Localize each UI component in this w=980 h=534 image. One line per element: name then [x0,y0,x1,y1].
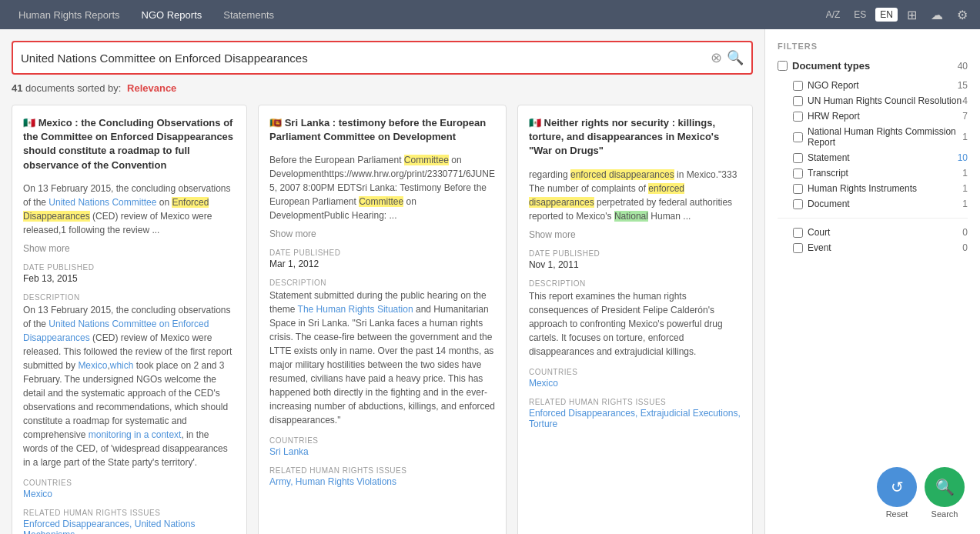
filter-ngo-report-count: 15 [958,80,968,91]
card-1-show-more[interactable]: Show more [23,243,236,254]
card-2-show-more[interactable]: Show more [269,229,495,239]
filter-un-resolution: UN Human Rights Council Resolution 4 [778,93,968,108]
filters-sidebar: FILTERS Document types 40 NGO Report 15 … [764,29,980,534]
filter-transcript-label: Transcript [808,168,848,179]
reset-label: Reset [886,509,908,519]
filter-un-resolution-label: UN Human Rights Council Resolution [808,95,962,106]
card-2-countries-label: Countries [269,436,495,445]
card-3-excerpt: regarding enforced disappearances in Mex… [529,168,741,223]
filter-national-commission-label: National Human Rights Commission Report [808,126,962,148]
card-1-date-label: Date published [23,263,236,272]
fab-container: ↺ Reset 🔍 Search [877,467,965,519]
filter-ngo-report-label: NGO Report [808,80,859,91]
filter-doc-types-count: 40 [958,61,968,72]
card-1-rights-section: Related human rights issues Enforced Dis… [23,509,236,534]
nav-human-rights[interactable]: Human Rights Reports [8,0,131,29]
filter-hr-instruments-label: Human Rights Instruments [808,183,917,194]
card-3-rights-value[interactable]: Enforced Disappearances, Extrajudicial E… [529,408,741,429]
card-1-date-section: Date published Feb 13, 2015 [23,263,236,284]
card-1-date-value: Feb 13, 2015 [23,273,236,284]
filter-hrw-report-label: HRW Report [808,111,860,122]
card-3: 🇲🇽 Neither rights nor security : killing… [517,105,753,534]
filter-court: Court 0 [778,225,968,240]
filter-transcript: Transcript 1 [778,165,968,181]
filter-document-label: Document [808,199,850,209]
lang-az[interactable]: A/Z [821,8,845,22]
reset-button[interactable]: ↺ [877,467,917,507]
filter-event-count: 0 [962,242,968,253]
header-actions: A/Z ES EN ⊞ ☁ ⚙ [821,5,972,25]
card-3-date-value: Nov 1, 2011 [529,259,741,270]
card-2-title: 🇱🇰 Sri Lanka : testimony before the Euro… [269,116,495,144]
filter-un-resolution-count: 4 [962,95,968,106]
filter-transcript-checkbox[interactable] [793,169,803,179]
cards-grid: 🇲🇽 Mexico : the Concluding Observations … [12,105,753,534]
card-1-desc-label: Description [23,293,236,302]
card-2-countries-value[interactable]: Sri Lanka [269,446,495,457]
card-3-rights-section: Related human rights issues Enforced Dis… [529,398,741,429]
filter-ngo-report-checkbox[interactable] [793,81,803,91]
filter-statement-label: Statement [808,152,850,163]
filter-event-label: Event [808,242,831,253]
search-submit-icon[interactable]: 🔍 [727,49,744,66]
card-2-description: Statement submitted during the public he… [269,289,495,427]
card-3-desc-label: Description [529,279,741,288]
card-3-countries-value[interactable]: Mexico [529,378,741,389]
card-2-rights-value[interactable]: Army, Human Rights Violations [269,476,495,487]
card-2-date-label: Date published [269,249,495,257]
filter-national-commission-count: 1 [962,132,968,142]
search-fab-label: Search [932,509,958,519]
filters-title: FILTERS [778,42,968,51]
search-fab-button[interactable]: 🔍 [925,467,965,507]
card-3-desc-section: Description This report examines the hum… [529,279,741,359]
card-3-title: 🇲🇽 Neither rights nor security : killing… [529,116,741,159]
card-1-countries-label: Countries [23,479,236,487]
filter-statement: Statement 10 [778,150,968,165]
card-1-rights-value[interactable]: Enforced Disappearances, United Nations … [23,519,236,534]
filter-document-checkbox[interactable] [793,199,803,209]
filter-hr-instruments: Human Rights Instruments 1 [778,181,968,196]
card-2: 🇱🇰 Sri Lanka : testimony before the Euro… [258,105,507,534]
filter-hrw-report: HRW Report 7 [778,108,968,124]
card-3-countries-label: Countries [529,368,741,376]
sort-relevance-link[interactable]: Relevance [127,82,176,94]
filter-doc-types-header: Document types 40 [778,60,968,72]
fab-pair: ↺ Reset 🔍 Search [877,467,965,519]
card-3-show-more[interactable]: Show more [529,229,741,240]
filter-statement-checkbox[interactable] [793,153,803,163]
grid-icon[interactable]: ⊞ [902,5,921,25]
search-input[interactable] [21,52,711,65]
main-container: ⊗ 🔍 41 documents sorted by: Relevance 🇲🇽… [0,29,980,534]
clear-search-icon[interactable]: ⊗ [711,49,722,66]
card-1-title: 🇲🇽 Mexico : the Concluding Observations … [23,116,236,172]
results-count: 41 [12,82,22,94]
nav-statements[interactable]: Statements [212,0,285,29]
lang-es[interactable]: ES [849,8,871,22]
lang-en[interactable]: EN [875,8,898,22]
card-3-rights-label: Related human rights issues [529,398,741,406]
cloud-icon[interactable]: ☁ [926,5,948,25]
filter-event: Event 0 [778,240,968,255]
filter-national-commission: National Human Rights Commission Report … [778,124,968,150]
filter-national-commission-checkbox[interactable] [793,132,803,142]
card-3-date-label: Date published [529,249,741,258]
filter-divider [778,218,968,219]
card-1: 🇲🇽 Mexico : the Concluding Observations … [12,105,247,534]
filter-ngo-report: NGO Report 15 [778,78,968,93]
filter-doc-types-checkbox[interactable] [778,61,788,71]
filter-hrw-report-checkbox[interactable] [793,112,803,122]
card-1-flag: 🇲🇽 [23,117,35,128]
filter-event-checkbox[interactable] [793,243,803,253]
card-2-date-section: Date published Mar 1, 2012 [269,249,495,269]
search-box: ⊗ 🔍 [12,41,753,75]
filter-document: Document 1 [778,196,968,212]
settings-icon[interactable]: ⚙ [952,5,972,25]
card-1-description: On 13 February 2015, the concluding obse… [23,303,236,469]
filter-un-resolution-checkbox[interactable] [793,96,803,106]
card-3-countries-section: Countries Mexico [529,368,741,389]
fab-reset-item: ↺ Reset [877,467,917,519]
card-1-countries-value[interactable]: Mexico [23,489,236,499]
filter-hr-instruments-checkbox[interactable] [793,184,803,194]
nav-ngo-reports[interactable]: NGO Reports [131,0,213,29]
filter-court-checkbox[interactable] [793,228,803,238]
